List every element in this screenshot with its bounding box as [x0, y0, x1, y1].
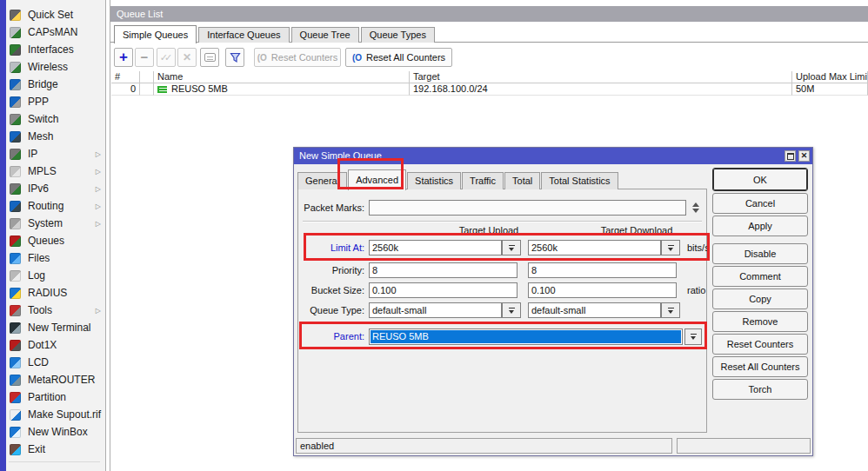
priority-upload-input[interactable]: 8 [369, 262, 517, 278]
tab-queue-tree[interactable]: Queue Tree [291, 27, 359, 43]
sidebar-item-new-terminal[interactable]: New Terminal [6, 319, 106, 336]
tab-simple-queues[interactable]: Simple Queues [114, 25, 197, 43]
disable-button[interactable]: Disable [712, 243, 808, 264]
column-header-name[interactable]: Name [154, 71, 410, 83]
status-bar-right [677, 438, 811, 454]
dialog-tab-statistics[interactable]: Statistics [407, 172, 461, 189]
row-number[interactable]: 0 [111, 83, 140, 96]
remove-button[interactable]: − [135, 48, 154, 67]
comment-icon [204, 53, 216, 62]
sidebar-item-mpls[interactable]: MPLS▷ [6, 163, 106, 180]
row-upload-max-limit[interactable]: 50M [792, 83, 868, 96]
queue-list-titlebar[interactable]: Queue List [110, 6, 868, 22]
reset-counters-button[interactable]: (O Reset Counters [254, 48, 341, 67]
sidebar-item-dot1x[interactable]: Dot1X [6, 336, 106, 354]
sidebar-item-make-supout-rif[interactable]: Make Supout.rif [6, 406, 106, 423]
sidebar-item-ipv6[interactable]: IPv6▷ [6, 180, 106, 197]
priority-download-input[interactable]: 8 [528, 262, 677, 278]
parent-dropdown-icon[interactable] [684, 328, 702, 345]
dialog-tab-traffic[interactable]: Traffic [462, 172, 504, 189]
reset-counter-icon: (O [257, 53, 267, 63]
row-name[interactable]: REUSO 5MB [154, 83, 410, 96]
column-header-target[interactable]: Target [410, 71, 792, 83]
packet-marks-input[interactable] [369, 200, 686, 216]
queue-type-upload-dropdown-icon[interactable] [502, 302, 521, 318]
reset-counter-icon: (O [352, 53, 362, 63]
limit-at-download-dropdown-icon[interactable] [661, 240, 680, 255]
queues-icon [10, 236, 21, 247]
limit-at-download-input[interactable]: 2560k [528, 240, 661, 255]
bucket-size-download-input[interactable]: 0.100 [528, 282, 677, 298]
cross-icon: ✕ [183, 51, 191, 63]
sidebar-item-files[interactable]: Files [6, 249, 106, 267]
limit-at-upload-dropdown-icon[interactable] [502, 240, 521, 255]
tab-interface-queues[interactable]: Interface Queues [198, 27, 289, 43]
column-header-flags[interactable] [140, 71, 154, 83]
comment-button[interactable]: Comment [712, 266, 808, 287]
sidebar-item-bridge[interactable]: Bridge [6, 76, 106, 93]
queue-table: # Name Target Upload Max Limit 0 REUSO 5… [111, 71, 868, 96]
remove-button[interactable]: Remove [712, 311, 808, 332]
sidebar-item-exit[interactable]: Exit [6, 441, 106, 458]
enable-button[interactable]: ✓✓ [157, 48, 176, 67]
interfaces-icon [10, 44, 21, 56]
sidebar-item-label: Queues [28, 235, 64, 247]
sidebar-item-interfaces[interactable]: Interfaces [6, 41, 106, 58]
sidebar-item-ip[interactable]: IP▷ [6, 145, 106, 163]
dialog-tab-advanced[interactable]: Advanced [348, 169, 406, 190]
comment-button[interactable] [200, 48, 219, 67]
sidebar-item-tools[interactable]: Tools▷ [6, 302, 106, 319]
packet-marks-updown-icon[interactable] [690, 200, 702, 216]
reset-counters-button[interactable]: Reset Counters [712, 334, 808, 355]
apply-button[interactable]: Apply [712, 216, 808, 236]
dialog-tab-general[interactable]: General [297, 172, 347, 189]
dialog-tab-total-statistics[interactable]: Total Statistics [541, 172, 618, 189]
radius-icon [10, 288, 21, 299]
sidebar-item-switch[interactable]: Switch [6, 110, 106, 128]
dialog-titlebar[interactable]: New Simple Queue [294, 148, 812, 164]
sidebar-item-label: System [28, 217, 63, 229]
sidebar-item-queues[interactable]: Queues [6, 232, 106, 249]
sidebar-item-metarouter[interactable]: MetaROUTER [6, 371, 106, 388]
reset-all-counters-button[interactable]: (O Reset All Counters [345, 48, 452, 67]
close-icon[interactable] [798, 150, 810, 162]
limit-at-upload-input[interactable]: 2560k [369, 240, 502, 255]
sidebar-item-capsman[interactable]: CAPsMAN [6, 23, 106, 41]
bucket-size-upload-input[interactable]: 0.100 [369, 282, 517, 298]
sidebar-item-quick-set[interactable]: Quick Set [6, 6, 106, 23]
sidebar-item-lcd[interactable]: LCD [6, 354, 106, 371]
parent-input[interactable]: REUSO 5MB [369, 328, 683, 345]
sidebar-item-radius[interactable]: RADIUS [6, 284, 106, 302]
torch-button[interactable]: Torch [712, 379, 808, 400]
sidebar-item-new-winbox[interactable]: New WinBox [6, 423, 106, 441]
dialog-tabs: GeneralAdvancedStatisticsTrafficTotalTot… [297, 168, 619, 189]
queue-type-upload-input[interactable]: default-small [369, 302, 502, 318]
copy-button[interactable]: Copy [712, 289, 808, 309]
sidebar-item-system[interactable]: System▷ [6, 215, 106, 232]
restore-window-icon[interactable] [785, 150, 796, 162]
sidebar-item-mesh[interactable]: Mesh [6, 128, 106, 145]
row-flags[interactable] [140, 83, 154, 96]
files-icon [10, 253, 21, 264]
queue-type-download-input[interactable]: default-small [528, 302, 661, 318]
filter-button[interactable] [225, 48, 244, 67]
ok-button[interactable]: OK [712, 168, 808, 191]
sidebar-item-wireless[interactable]: Wireless [6, 58, 106, 76]
reset-all-counters-button[interactable]: Reset All Counters [712, 356, 808, 377]
disable-button[interactable]: ✕ [177, 48, 197, 67]
row-target[interactable]: 192.168.100.0/24 [410, 83, 792, 96]
column-header-number[interactable]: # [111, 71, 140, 83]
add-button[interactable]: + [114, 48, 133, 67]
lcd-icon [10, 357, 21, 368]
dialog-tab-total[interactable]: Total [504, 172, 540, 189]
queue-type-download-dropdown-icon[interactable] [661, 302, 680, 318]
sidebar-item-routing[interactable]: Routing▷ [6, 197, 106, 215]
cancel-button[interactable]: Cancel [712, 193, 808, 214]
sidebar-item-log[interactable]: Log [6, 267, 106, 284]
funnel-icon [230, 52, 241, 63]
sidebar-item-partition[interactable]: Partition [6, 388, 106, 406]
column-header-upload-max-limit[interactable]: Upload Max Limit [792, 71, 868, 83]
minus-icon: − [141, 52, 149, 63]
tab-queue-types[interactable]: Queue Types [361, 27, 435, 43]
sidebar-item-ppp[interactable]: PPP [6, 93, 106, 110]
